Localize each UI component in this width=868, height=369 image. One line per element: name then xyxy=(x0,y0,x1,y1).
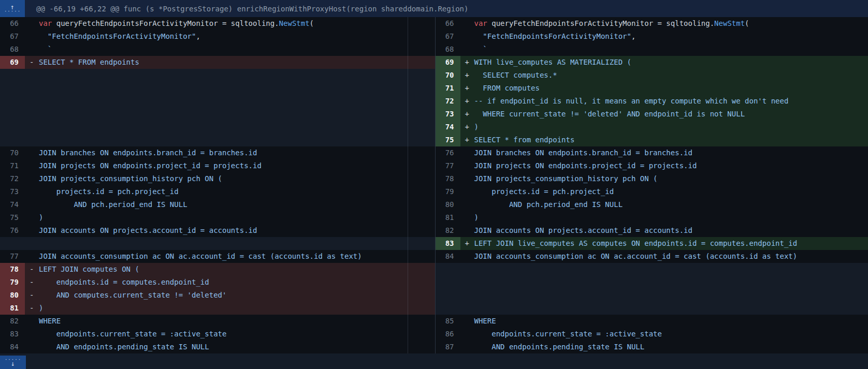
diff-row-72[interactable]: 72+-- if endpoint_id is null, it means a… xyxy=(436,95,868,108)
line-number[interactable]: 86 xyxy=(436,328,460,341)
line-number[interactable]: 76 xyxy=(0,224,25,237)
diff-row-78[interactable]: 78-LEFT JOIN computes ON ( xyxy=(0,263,435,276)
line-number[interactable]: 67 xyxy=(0,30,25,43)
diff-row-69[interactable]: 69-SELECT * FROM endpoints xyxy=(0,56,435,69)
diff-row-73[interactable]: 73 projects.id = pch.project_id xyxy=(0,185,435,198)
line-number[interactable]: 71 xyxy=(436,82,460,95)
line-number[interactable]: 77 xyxy=(436,159,460,172)
diff-row-71[interactable]: 71+ FROM computes xyxy=(436,82,868,95)
line-number[interactable]: 84 xyxy=(0,341,25,353)
diff-row-84[interactable]: 84JOIN accounts_consumption ac ON ac.acc… xyxy=(436,250,868,263)
code-token: LEFT JOIN live_computes AS computes ON e… xyxy=(474,237,798,250)
diff-row-86[interactable]: 86 endpoints.current_state = :active_sta… xyxy=(436,328,868,341)
line-number[interactable]: 78 xyxy=(0,263,25,276)
code-token: SELECT * from endpoints xyxy=(474,134,575,146)
line-number[interactable]: 81 xyxy=(436,211,460,224)
line-number[interactable]: 66 xyxy=(0,17,25,30)
line-number[interactable]: 74 xyxy=(436,121,460,134)
line-number[interactable]: 79 xyxy=(0,276,25,289)
diff-row-filler xyxy=(0,121,435,134)
line-number[interactable]: 83 xyxy=(0,328,25,341)
line-number[interactable]: 70 xyxy=(0,146,25,159)
diff-row-83[interactable]: 83 endpoints.current_state = :active_sta… xyxy=(0,328,435,341)
line-number[interactable]: 80 xyxy=(436,198,460,211)
diff-sign xyxy=(30,159,39,172)
line-content: ) xyxy=(460,211,868,224)
line-number[interactable]: 75 xyxy=(436,134,460,146)
line-number[interactable]: 74 xyxy=(0,198,25,211)
diff-row-68[interactable]: 68 ` xyxy=(0,43,435,56)
diff-row-81[interactable]: 81) xyxy=(436,211,868,224)
line-number[interactable]: 72 xyxy=(0,172,25,185)
line-number[interactable]: 83 xyxy=(436,237,460,250)
diff-row-66[interactable]: 66var queryFetchEndpointsForActivityMoni… xyxy=(436,17,868,30)
line-number[interactable]: 69 xyxy=(436,56,460,69)
line-number[interactable]: 84 xyxy=(436,250,460,263)
diff-row-73[interactable]: 73+ WHERE current_state != 'deleted' AND… xyxy=(436,108,868,121)
line-number xyxy=(0,95,25,108)
line-number[interactable]: 73 xyxy=(436,108,460,121)
line-number[interactable]: 69 xyxy=(0,56,25,69)
diff-row-79[interactable]: 79 projects.id = pch.project_id xyxy=(436,185,868,198)
line-number[interactable]: 68 xyxy=(436,43,460,56)
diff-row-67[interactable]: 67 "FetchEndpointsForActivityMonitor", xyxy=(0,30,435,43)
line-number[interactable]: 87 xyxy=(436,341,460,353)
line-number[interactable]: 70 xyxy=(436,69,460,82)
line-number[interactable]: 68 xyxy=(0,43,25,56)
diff-sign xyxy=(30,250,39,263)
diff-row-80[interactable]: 80- AND computes.current_state != 'delet… xyxy=(0,289,435,302)
diff-row-67[interactable]: 67 "FetchEndpointsForActivityMonitor", xyxy=(436,30,868,43)
diff-row-71[interactable]: 71JOIN projects ON endpoints.project_id … xyxy=(0,159,435,172)
expand-up-button[interactable]: ↑ ····· xyxy=(0,0,25,17)
line-number[interactable]: 82 xyxy=(0,315,25,328)
diff-row-76[interactable]: 76JOIN accounts ON projects.account_id =… xyxy=(0,224,435,237)
diff-row-74[interactable]: 74+) xyxy=(436,121,868,134)
diff-row-77[interactable]: 77JOIN projects ON endpoints.project_id … xyxy=(436,159,868,172)
diff-row-84[interactable]: 84 AND endpoints.pending_state IS NULL xyxy=(0,341,435,353)
diff-row-75[interactable]: 75) xyxy=(0,211,435,224)
code-token: ( xyxy=(310,17,314,30)
line-number[interactable]: 67 xyxy=(436,30,460,43)
diff-row-filler xyxy=(436,302,868,315)
line-number[interactable]: 81 xyxy=(0,302,25,315)
line-number[interactable]: 78 xyxy=(436,172,460,185)
line-number xyxy=(436,289,460,302)
line-number[interactable]: 85 xyxy=(436,315,460,328)
diff-row-80[interactable]: 80 AND pch.period_end IS NULL xyxy=(436,198,868,211)
diff-row-75[interactable]: 75+SELECT * from endpoints xyxy=(436,134,868,146)
line-number[interactable]: 76 xyxy=(436,146,460,159)
diff-row-81[interactable]: 81-) xyxy=(0,302,435,315)
diff-row-66[interactable]: 66var queryFetchEndpointsForActivityMoni… xyxy=(0,17,435,30)
line-number[interactable]: 66 xyxy=(436,17,460,30)
diff-row-78[interactable]: 78JOIN projects_consumption_history pch … xyxy=(436,172,868,185)
diff-row-76[interactable]: 76JOIN branches ON endpoints.branch_id =… xyxy=(436,146,868,159)
diff-row-82[interactable]: 82WHERE xyxy=(0,315,435,328)
diff-row-69[interactable]: 69+WITH live_computes AS MATERIALIZED ( xyxy=(436,56,868,69)
diff-row-68[interactable]: 68 ` xyxy=(436,43,868,56)
diff-row-79[interactable]: 79- endpoints.id = computes.endpoint_id xyxy=(0,276,435,289)
line-content xyxy=(460,263,868,276)
expand-down-button[interactable]: ····· ↓ xyxy=(0,356,26,369)
diff-row-83[interactable]: 83+LEFT JOIN live_computes AS computes O… xyxy=(436,237,868,250)
diff-row-87[interactable]: 87 AND endpoints.pending_state IS NULL xyxy=(436,341,868,353)
code-token: JOIN projects_consumption_history pch ON… xyxy=(39,172,222,185)
line-number[interactable]: 72 xyxy=(436,95,460,108)
line-content: ` xyxy=(25,43,435,56)
line-number[interactable]: 80 xyxy=(0,289,25,302)
diff-row-82[interactable]: 82JOIN accounts ON projects.account_id =… xyxy=(436,224,868,237)
diff-row-70[interactable]: 70+ SELECT computes.* xyxy=(436,69,868,82)
diff-sign xyxy=(30,69,39,82)
diff-row-85[interactable]: 85WHERE xyxy=(436,315,868,328)
diff-row-72[interactable]: 72JOIN projects_consumption_history pch … xyxy=(0,172,435,185)
line-number[interactable]: 79 xyxy=(436,185,460,198)
line-number[interactable]: 71 xyxy=(0,159,25,172)
line-number[interactable]: 73 xyxy=(0,185,25,198)
diff-row-70[interactable]: 70JOIN branches ON endpoints.branch_id =… xyxy=(0,146,435,159)
line-number[interactable]: 82 xyxy=(436,224,460,237)
line-number[interactable]: 77 xyxy=(0,250,25,263)
diff-sign: + xyxy=(465,95,474,108)
line-number[interactable]: 75 xyxy=(0,211,25,224)
code-token xyxy=(39,30,48,43)
diff-row-74[interactable]: 74 AND pch.period_end IS NULL xyxy=(0,198,435,211)
diff-row-77[interactable]: 77JOIN accounts_consumption ac ON ac.acc… xyxy=(0,250,435,263)
